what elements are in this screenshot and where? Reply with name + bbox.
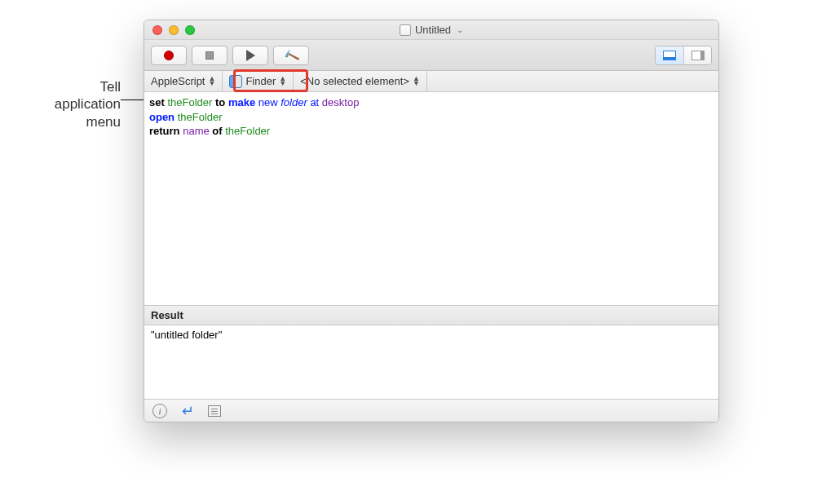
updown-icon: ▲▼ <box>208 77 215 86</box>
close-button[interactable] <box>152 25 162 35</box>
play-icon <box>246 50 255 61</box>
command-open: open <box>149 111 175 123</box>
pane-bottom-icon <box>663 51 676 60</box>
titlebar[interactable]: Untitled ⌄ <box>144 20 718 40</box>
command-make: make <box>228 96 255 108</box>
script-editor-textarea[interactable]: set theFolder to make new folder at desk… <box>144 92 718 306</box>
zoom-button[interactable] <box>185 25 195 35</box>
updown-icon: ▲▼ <box>279 77 286 86</box>
finder-icon <box>229 75 242 88</box>
language-label: AppleScript <box>151 75 205 87</box>
language-menu[interactable]: AppleScript ▲▼ <box>144 71 223 91</box>
stop-button[interactable] <box>192 46 228 65</box>
property-name: name <box>183 125 210 137</box>
hammer-icon: 🔨 <box>283 47 300 63</box>
property-desktop: desktop <box>322 96 360 108</box>
record-icon <box>164 51 174 60</box>
result-pane-toggle[interactable] <box>656 46 683 64</box>
compile-button[interactable]: 🔨 <box>273 46 309 65</box>
keyword-return: return <box>149 125 180 137</box>
element-label: <No selected element> <box>300 75 409 87</box>
pane-side-icon <box>691 51 705 60</box>
script-file-icon <box>400 24 411 36</box>
traffic-lights <box>152 25 195 35</box>
callout-label: Tellapplicationmenu <box>7 78 121 130</box>
variable: theFolder <box>178 111 223 123</box>
script-editor-window: Untitled ⌄ 🔨 AppleScript ▲▼ Finder ▲▼ <N… <box>144 20 719 422</box>
title-text: Untitled <box>415 24 451 36</box>
keyword-to: to <box>215 96 225 108</box>
description-tab[interactable]: i <box>152 404 167 418</box>
keyword-at: at <box>310 96 319 108</box>
element-menu[interactable]: <No selected element> ▲▼ <box>294 71 427 91</box>
result-header: Result <box>144 306 718 325</box>
variable: theFolder <box>225 125 270 137</box>
side-pane-toggle[interactable] <box>683 46 711 64</box>
stop-icon <box>205 51 214 60</box>
navigation-bar: AppleScript ▲▼ Finder ▲▼ <No selected el… <box>144 71 718 92</box>
status-bar: i ↵ <box>144 399 718 422</box>
tell-application-menu[interactable]: Finder ▲▼ <box>223 71 294 91</box>
keyword-new: new <box>258 96 278 108</box>
chevron-down-icon: ⌄ <box>457 25 463 34</box>
record-button[interactable] <box>151 46 187 65</box>
log-tab[interactable] <box>208 405 221 417</box>
minimize-button[interactable] <box>169 25 179 35</box>
window-title[interactable]: Untitled ⌄ <box>400 24 463 36</box>
run-button[interactable] <box>232 46 268 65</box>
result-tab[interactable]: ↵ <box>180 404 195 418</box>
toolbar: 🔨 <box>144 40 718 71</box>
keyword-of: of <box>212 125 222 137</box>
updown-icon: ▲▼ <box>413 77 420 86</box>
view-toggle <box>655 46 712 65</box>
class-folder: folder <box>281 96 307 108</box>
variable: theFolder <box>167 96 212 108</box>
keyword-set: set <box>149 96 165 108</box>
result-output[interactable]: "untitled folder" <box>144 325 718 399</box>
target-app-label: Finder <box>245 75 276 87</box>
